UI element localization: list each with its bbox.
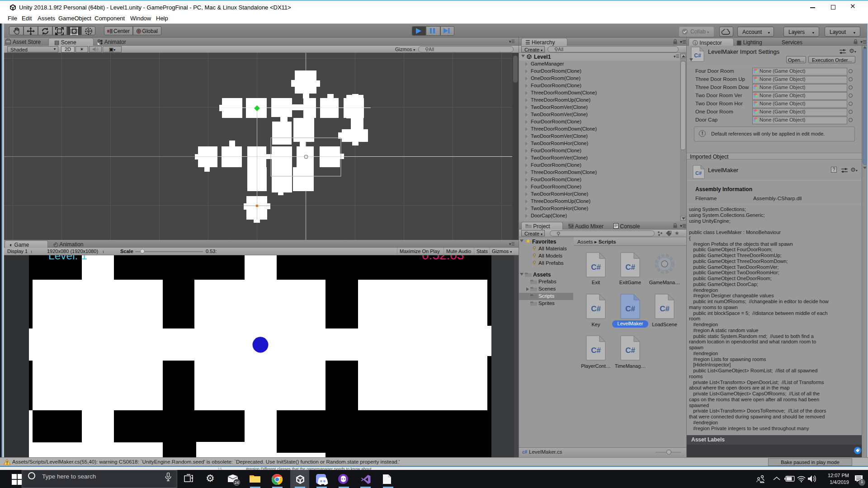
svg-text:C#: C#: [591, 263, 601, 272]
svg-text:C#: C#: [694, 52, 701, 59]
svg-text:C#: C#: [625, 305, 635, 313]
svg-text:C#: C#: [591, 346, 601, 355]
svg-text:C#: C#: [660, 305, 670, 313]
svg-text:C#: C#: [625, 346, 635, 355]
svg-text:C#: C#: [625, 263, 635, 272]
svg-text:C#: C#: [591, 305, 601, 313]
svg-text:C#: C#: [695, 170, 702, 176]
